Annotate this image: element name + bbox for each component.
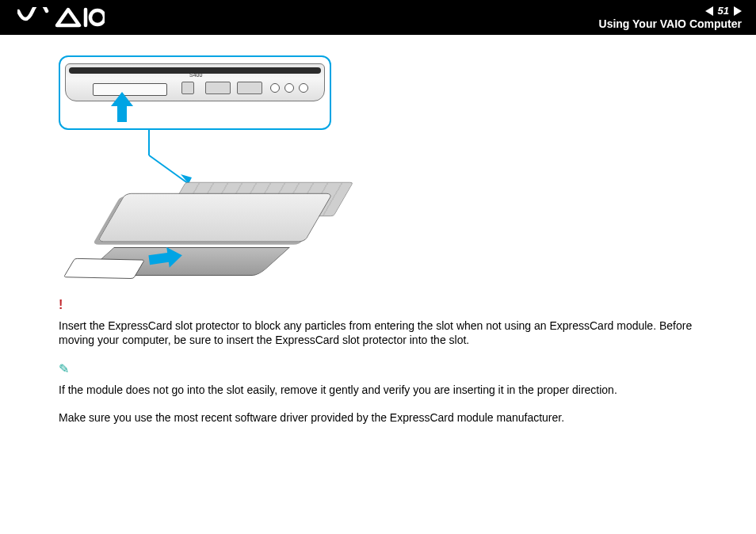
laptop-iso-view [74,158,344,293]
warning-icon: ! [59,296,63,314]
svg-point-1 [90,10,105,25]
audio-jack-icon [299,83,308,93]
arrow-up-icon [111,92,133,122]
body-text: ! Insert the ExpressCard slot protector … [59,296,697,425]
audio-jack-icon [270,83,280,93]
page-nav: 51 [705,5,742,17]
vaio-logo [17,7,105,28]
expresscard-module-icon [63,258,145,279]
page-header: 51 Using Your VAIO Computer [0,0,756,35]
laptop-body [97,193,333,242]
usb-port-icon [205,82,231,94]
header-right: 51 Using Your VAIO Computer [599,5,742,30]
prev-page-icon[interactable] [705,6,713,16]
port-label-s400: S400 [189,72,202,78]
page-content: S400 [0,35,756,425]
section-title: Using Your VAIO Computer [599,17,742,30]
driver-paragraph: Make sure you use the most recent softwa… [59,410,697,425]
warning-paragraph: Insert the ExpressCard slot protector to… [59,318,697,349]
laptop-side-view: S400 [65,63,325,101]
next-page-icon[interactable] [734,6,742,16]
note-icon: ✎ [59,360,69,378]
vaio-logo-svg [17,7,105,28]
usb-port-icon [237,82,262,94]
page-number: 51 [718,5,729,17]
note-paragraph: If the module does not go into the slot … [59,383,697,398]
audio-jack-icon [284,83,294,93]
firewire-port-icon [181,82,194,94]
expresscard-figure: S400 [59,55,360,293]
callout-panel: S400 [59,55,331,130]
